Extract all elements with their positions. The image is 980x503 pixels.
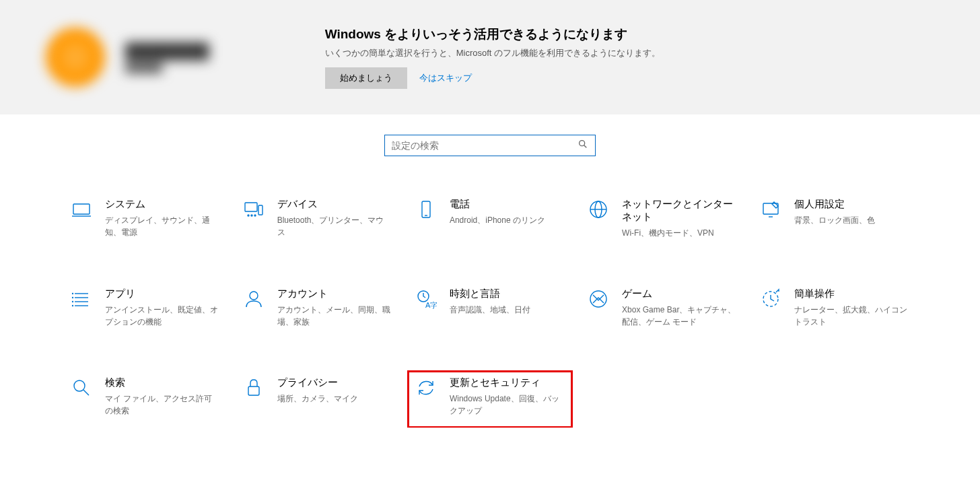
tile-desc: アンインストール、既定値、オプションの機能 [105,304,219,328]
tile-title: 個人用設定 [794,198,875,211]
gaming-icon [587,288,610,310]
settings-tile-update[interactable]: 更新とセキュリティWindows Update、回復、バックアップ [408,371,572,428]
tile-title: プライバシー [277,376,358,389]
svg-line-1 [584,145,587,148]
tile-desc: Wi-Fi、機内モード、VPN [622,227,736,239]
svg-point-0 [580,141,585,146]
settings-tile-privacy[interactable]: プライバシー場所、カメラ、マイク [236,371,400,428]
settings-tile-time[interactable]: 時刻と言語音声認識、地域、日付 [408,282,572,339]
tile-title: ネットワークとインターネット [622,198,738,224]
apps-icon [70,288,93,310]
tile-desc: Xbox Game Bar、キャプチャ、配信、ゲーム モード [622,304,736,328]
search-box[interactable] [384,135,596,156]
tile-title: デバイス [277,198,392,211]
banner-title: Windows をよりいっそう活用できるようになります [325,26,660,43]
settings-tile-search[interactable]: 検索マイ ファイル、アクセス許可の検索 [63,371,228,428]
phone-icon [415,198,438,221]
tile-title: システム [105,198,219,211]
tile-title: ゲーム [622,288,736,300]
tile-desc: Bluetooth、プリンター、マウス [277,214,392,238]
settings-tile-phone[interactable]: 電話Android、iPhone のリンク [408,193,572,250]
tile-desc: ナレーター、拡大鏡、ハイコントラスト [794,304,909,328]
tile-desc: 背景、ロック画面、色 [794,214,875,226]
tile-desc: 音声認識、地域、日付 [450,304,530,316]
search-icon [70,376,93,399]
tile-desc: Windows Update、回復、バックアップ [450,393,564,417]
settings-tile-devices[interactable]: デバイスBluetooth、プリンター、マウス [236,193,400,250]
time-icon [415,288,438,310]
network-icon [587,198,610,221]
settings-tile-apps[interactable]: アプリアンインストール、既定値、オプションの機能 [63,282,228,339]
tile-title: 時刻と言語 [450,288,530,300]
tile-title: アカウント [277,288,392,300]
system-icon [70,198,93,221]
user-avatar [46,28,105,87]
accounts-icon [242,288,265,310]
tile-desc: アカウント、メール、同期、職場、家族 [277,304,392,328]
settings-tile-accounts[interactable]: アカウントアカウント、メール、同期、職場、家族 [236,282,400,339]
personal-icon [759,198,782,221]
devices-icon [242,198,265,221]
banner-subtitle: いくつかの簡単な選択を行うと、Microsoft のフル機能を利用できるようにな… [325,47,660,59]
privacy-icon [242,376,265,399]
tile-title: 簡単操作 [794,288,909,300]
settings-tile-gaming[interactable]: ゲームXbox Game Bar、キャプチャ、配信、ゲーム モード [580,282,744,339]
tile-desc: Android、iPhone のリンク [450,214,545,226]
tile-title: 更新とセキュリティ [450,376,564,389]
tile-desc: ディスプレイ、サウンド、通知、電源 [105,214,219,238]
account-block-blurred: ████████ ██████ [46,28,209,87]
settings-tile-ease[interactable]: 簡単操作ナレーター、拡大鏡、ハイコントラスト [753,282,917,339]
ease-icon [759,288,782,310]
tile-title: 検索 [105,376,219,389]
banner-content: Windows をよりいっそう活用できるようになります いくつかの簡単な選択を行… [325,26,660,89]
top-banner: ████████ ██████ Windows をよりいっそう活用できるようにな… [0,0,980,114]
get-started-button[interactable]: 始めましょう [325,67,407,89]
settings-tile-network[interactable]: ネットワークとインターネットWi-Fi、機内モード、VPN [580,193,744,250]
tile-title: 電話 [450,198,545,211]
update-icon [415,376,438,399]
settings-grid: システムディスプレイ、サウンド、通知、電源デバイスBluetooth、プリンター… [58,193,923,428]
search-input[interactable] [392,140,578,151]
search-icon [578,139,588,152]
settings-tile-personal[interactable]: 個人用設定背景、ロック画面、色 [753,193,917,250]
tile-title: アプリ [105,288,219,300]
settings-tile-system[interactable]: システムディスプレイ、サウンド、通知、電源 [63,193,228,250]
tile-desc: 場所、カメラ、マイク [277,393,358,405]
skip-link[interactable]: 今はスキップ [419,72,472,84]
tile-desc: マイ ファイル、アクセス許可の検索 [105,393,219,417]
